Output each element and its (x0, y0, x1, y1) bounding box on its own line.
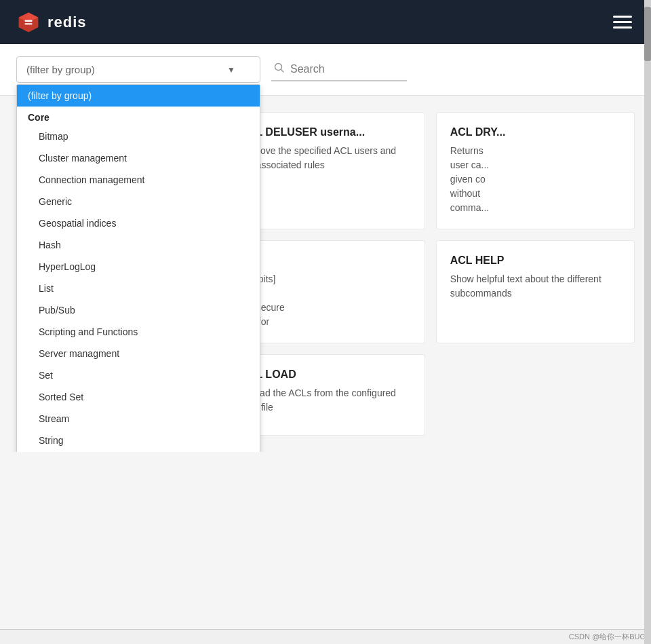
filter-select-value: (filter by group) (26, 64, 95, 75)
hamburger-button[interactable] (610, 13, 635, 31)
card-desc: Returnsuser ca...given cowithoutcomma... (450, 144, 620, 215)
dropdown-sub-item[interactable]: Server managment (17, 343, 260, 364)
dropdown-sub-item[interactable]: Connection management (17, 169, 260, 191)
redis-logo-icon (16, 10, 41, 35)
card-title: ACL HELP (450, 254, 620, 267)
dropdown-sub-item[interactable]: Stream (17, 408, 260, 430)
filter-select[interactable]: (filter by group) ▼ (16, 56, 260, 83)
chevron-down-icon: ▼ (227, 65, 235, 75)
dropdown-sub-item[interactable]: Transactions (17, 451, 260, 452)
dropdown-sub-item[interactable]: HyperLogLog (17, 256, 260, 278)
toolbar: (filter by group) ▼ (filter by group)Cor… (0, 44, 651, 96)
dropdown-sub-item[interactable]: Geospatial indices (17, 212, 260, 234)
header: redis (0, 0, 651, 44)
logo-text: redis (47, 14, 87, 31)
dropdown-group-header: Core (17, 107, 260, 126)
page-scrollbar[interactable] (644, 0, 651, 452)
card-desc: Reload the ACLs from the configured ACL … (240, 386, 410, 415)
dropdown-sub-item[interactable]: Scripting and Functions (17, 321, 260, 343)
dropdown-sub-item[interactable]: Bitmap (17, 126, 260, 147)
search-input[interactable] (290, 63, 385, 75)
dropdown-item[interactable]: (filter by group) (17, 85, 260, 107)
card-desc: SS [bits]om secureuse for (240, 272, 410, 329)
search-wrapper (271, 58, 407, 81)
card-acl-dry[interactable]: ACL DRY... Returnsuser ca...given cowith… (436, 112, 635, 229)
dropdown-sub-item[interactable]: Pub/Sub (17, 299, 260, 321)
dropdown-sub-item[interactable]: Set (17, 364, 260, 386)
card-title: ACL DELUSER userna... (240, 126, 410, 138)
filter-dropdown-menu[interactable]: (filter by group)CoreBitmapCluster manag… (16, 84, 260, 452)
dropdown-sub-item[interactable]: Generic (17, 191, 260, 212)
dropdown-sub-item[interactable]: String (17, 430, 260, 451)
logo-area: redis (16, 10, 87, 35)
dropdown-sub-item[interactable]: Hash (17, 234, 260, 256)
search-icon (274, 62, 285, 76)
svg-rect-3 (25, 20, 33, 22)
card-title: ACL LOAD (240, 368, 410, 381)
svg-rect-4 (25, 22, 33, 24)
svg-line-6 (281, 69, 284, 72)
card-title: ACL DRY... (450, 126, 620, 138)
dropdown-sub-item[interactable]: Sorted Set (17, 386, 260, 408)
filter-dropdown-wrapper: (filter by group) ▼ (filter by group)Cor… (16, 56, 260, 83)
dropdown-sub-item[interactable]: List (17, 278, 260, 299)
card-desc: Show helpful text about the different su… (450, 272, 620, 301)
scrollbar-thumb[interactable] (644, 7, 651, 61)
card-desc: Remove the specified ACL users and the a… (240, 144, 410, 172)
dropdown-sub-item[interactable]: Cluster management (17, 147, 260, 169)
card-acl-help[interactable]: ACL HELP Show helpful text about the dif… (436, 240, 635, 343)
card-title: ... (240, 254, 410, 267)
